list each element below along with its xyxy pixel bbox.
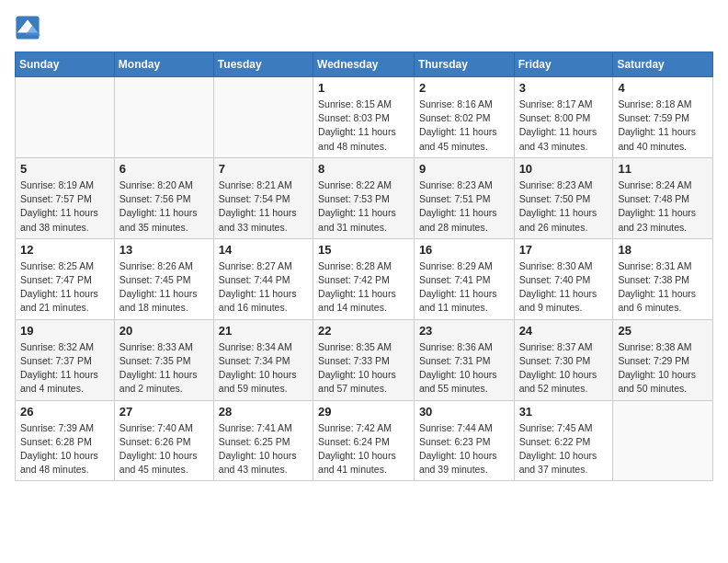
- day-cell: 12Sunrise: 8:25 AM Sunset: 7:47 PM Dayli…: [16, 238, 115, 319]
- day-cell: 8Sunrise: 8:22 AM Sunset: 7:53 PM Daylig…: [313, 157, 415, 238]
- day-number: 12: [20, 243, 109, 257]
- day-info: Sunrise: 7:45 AM Sunset: 6:22 PM Dayligh…: [519, 421, 609, 477]
- page-header: [15, 15, 713, 40]
- day-info: Sunrise: 8:23 AM Sunset: 7:50 PM Dayligh…: [519, 178, 609, 235]
- header-thursday: Thursday: [414, 52, 514, 77]
- header-friday: Friday: [514, 52, 613, 77]
- day-number: 25: [618, 324, 708, 338]
- day-cell: 3Sunrise: 8:17 AM Sunset: 8:00 PM Daylig…: [514, 77, 613, 158]
- logo: [15, 15, 44, 40]
- day-info: Sunrise: 8:33 AM Sunset: 7:35 PM Dayligh…: [119, 340, 209, 396]
- day-cell: 31Sunrise: 7:45 AM Sunset: 6:22 PM Dayli…: [514, 400, 613, 481]
- day-cell: 15Sunrise: 8:28 AM Sunset: 7:42 PM Dayli…: [313, 238, 415, 319]
- day-info: Sunrise: 7:44 AM Sunset: 6:23 PM Dayligh…: [419, 421, 509, 477]
- day-number: 4: [618, 81, 708, 95]
- day-info: Sunrise: 8:17 AM Sunset: 8:00 PM Dayligh…: [519, 98, 609, 154]
- day-cell: 25Sunrise: 8:38 AM Sunset: 7:29 PM Dayli…: [613, 319, 713, 400]
- day-cell: 23Sunrise: 8:36 AM Sunset: 7:31 PM Dayli…: [414, 319, 514, 400]
- day-info: Sunrise: 8:31 AM Sunset: 7:38 PM Dayligh…: [618, 259, 708, 316]
- day-number: 14: [219, 243, 308, 257]
- day-cell: 29Sunrise: 7:42 AM Sunset: 6:24 PM Dayli…: [313, 400, 415, 481]
- day-number: 7: [219, 162, 308, 176]
- day-info: Sunrise: 8:24 AM Sunset: 7:48 PM Dayligh…: [618, 178, 708, 235]
- day-info: Sunrise: 8:36 AM Sunset: 7:31 PM Dayligh…: [419, 340, 509, 396]
- day-cell: [613, 400, 713, 481]
- day-info: Sunrise: 8:16 AM Sunset: 8:02 PM Dayligh…: [419, 98, 509, 154]
- day-number: 31: [519, 405, 609, 419]
- day-cell: 2Sunrise: 8:16 AM Sunset: 8:02 PM Daylig…: [414, 77, 514, 158]
- day-number: 27: [119, 405, 209, 419]
- day-number: 19: [20, 324, 109, 338]
- day-cell: 20Sunrise: 8:33 AM Sunset: 7:35 PM Dayli…: [114, 319, 213, 400]
- header-wednesday: Wednesday: [313, 52, 415, 77]
- day-number: 6: [119, 162, 209, 176]
- day-number: 13: [119, 243, 209, 257]
- day-number: 22: [318, 324, 409, 338]
- day-cell: [114, 77, 213, 158]
- day-cell: 27Sunrise: 7:40 AM Sunset: 6:26 PM Dayli…: [114, 400, 213, 481]
- day-info: Sunrise: 7:41 AM Sunset: 6:25 PM Dayligh…: [219, 421, 308, 477]
- day-info: Sunrise: 7:39 AM Sunset: 6:28 PM Dayligh…: [20, 421, 109, 477]
- day-number: 17: [519, 243, 609, 257]
- day-cell: 7Sunrise: 8:21 AM Sunset: 7:54 PM Daylig…: [213, 157, 313, 238]
- day-cell: 21Sunrise: 8:34 AM Sunset: 7:34 PM Dayli…: [213, 319, 313, 400]
- day-number: 24: [519, 324, 609, 338]
- day-cell: 18Sunrise: 8:31 AM Sunset: 7:38 PM Dayli…: [613, 238, 713, 319]
- calendar-header-row: SundayMondayTuesdayWednesdayThursdayFrid…: [16, 52, 713, 77]
- day-cell: 16Sunrise: 8:29 AM Sunset: 7:41 PM Dayli…: [414, 238, 514, 319]
- day-number: 18: [618, 243, 708, 257]
- day-cell: 30Sunrise: 7:44 AM Sunset: 6:23 PM Dayli…: [414, 400, 514, 481]
- day-info: Sunrise: 8:37 AM Sunset: 7:30 PM Dayligh…: [519, 340, 609, 396]
- day-info: Sunrise: 7:42 AM Sunset: 6:24 PM Dayligh…: [318, 421, 409, 477]
- day-number: 8: [318, 162, 409, 176]
- week-row-5: 26Sunrise: 7:39 AM Sunset: 6:28 PM Dayli…: [16, 400, 713, 481]
- day-number: 28: [219, 405, 308, 419]
- day-number: 3: [519, 81, 609, 95]
- day-cell: 13Sunrise: 8:26 AM Sunset: 7:45 PM Dayli…: [114, 238, 213, 319]
- day-number: 21: [219, 324, 308, 338]
- day-number: 23: [419, 324, 509, 338]
- header-tuesday: Tuesday: [213, 52, 313, 77]
- day-info: Sunrise: 8:28 AM Sunset: 7:42 PM Dayligh…: [318, 259, 409, 316]
- day-number: 20: [119, 324, 209, 338]
- day-cell: 14Sunrise: 8:27 AM Sunset: 7:44 PM Dayli…: [213, 238, 313, 319]
- day-number: 11: [618, 162, 708, 176]
- day-info: Sunrise: 8:34 AM Sunset: 7:34 PM Dayligh…: [219, 340, 308, 396]
- day-info: Sunrise: 8:18 AM Sunset: 7:59 PM Dayligh…: [618, 98, 708, 154]
- day-info: Sunrise: 8:38 AM Sunset: 7:29 PM Dayligh…: [618, 340, 708, 396]
- day-cell: 10Sunrise: 8:23 AM Sunset: 7:50 PM Dayli…: [514, 157, 613, 238]
- day-cell: [213, 77, 313, 158]
- day-info: Sunrise: 8:23 AM Sunset: 7:51 PM Dayligh…: [419, 178, 509, 235]
- header-saturday: Saturday: [613, 52, 713, 77]
- day-cell: 17Sunrise: 8:30 AM Sunset: 7:40 PM Dayli…: [514, 238, 613, 319]
- day-info: Sunrise: 8:19 AM Sunset: 7:57 PM Dayligh…: [20, 178, 109, 235]
- day-cell: 11Sunrise: 8:24 AM Sunset: 7:48 PM Dayli…: [613, 157, 713, 238]
- day-cell: 6Sunrise: 8:20 AM Sunset: 7:56 PM Daylig…: [114, 157, 213, 238]
- day-info: Sunrise: 8:15 AM Sunset: 8:03 PM Dayligh…: [318, 98, 409, 154]
- day-cell: [16, 77, 115, 158]
- day-number: 10: [519, 162, 609, 176]
- header-monday: Monday: [114, 52, 213, 77]
- day-info: Sunrise: 8:30 AM Sunset: 7:40 PM Dayligh…: [519, 259, 609, 316]
- day-number: 15: [318, 243, 409, 257]
- day-info: Sunrise: 8:26 AM Sunset: 7:45 PM Dayligh…: [119, 259, 209, 316]
- day-info: Sunrise: 8:35 AM Sunset: 7:33 PM Dayligh…: [318, 340, 409, 396]
- day-number: 5: [20, 162, 109, 176]
- day-cell: 26Sunrise: 7:39 AM Sunset: 6:28 PM Dayli…: [16, 400, 115, 481]
- day-cell: 1Sunrise: 8:15 AM Sunset: 8:03 PM Daylig…: [313, 77, 415, 158]
- week-row-3: 12Sunrise: 8:25 AM Sunset: 7:47 PM Dayli…: [16, 238, 713, 319]
- day-number: 30: [419, 405, 509, 419]
- day-cell: 9Sunrise: 8:23 AM Sunset: 7:51 PM Daylig…: [414, 157, 514, 238]
- day-info: Sunrise: 8:20 AM Sunset: 7:56 PM Dayligh…: [119, 178, 209, 235]
- day-info: Sunrise: 8:25 AM Sunset: 7:47 PM Dayligh…: [20, 259, 109, 316]
- week-row-4: 19Sunrise: 8:32 AM Sunset: 7:37 PM Dayli…: [16, 319, 713, 400]
- logo-icon: [15, 15, 40, 40]
- day-info: Sunrise: 8:32 AM Sunset: 7:37 PM Dayligh…: [20, 340, 109, 396]
- day-info: Sunrise: 8:21 AM Sunset: 7:54 PM Dayligh…: [219, 178, 308, 235]
- day-cell: 4Sunrise: 8:18 AM Sunset: 7:59 PM Daylig…: [613, 77, 713, 158]
- calendar-table: SundayMondayTuesdayWednesdayThursdayFrid…: [15, 52, 713, 481]
- day-cell: 28Sunrise: 7:41 AM Sunset: 6:25 PM Dayli…: [213, 400, 313, 481]
- day-info: Sunrise: 7:40 AM Sunset: 6:26 PM Dayligh…: [119, 421, 209, 477]
- week-row-1: 1Sunrise: 8:15 AM Sunset: 8:03 PM Daylig…: [16, 77, 713, 158]
- day-info: Sunrise: 8:27 AM Sunset: 7:44 PM Dayligh…: [219, 259, 308, 316]
